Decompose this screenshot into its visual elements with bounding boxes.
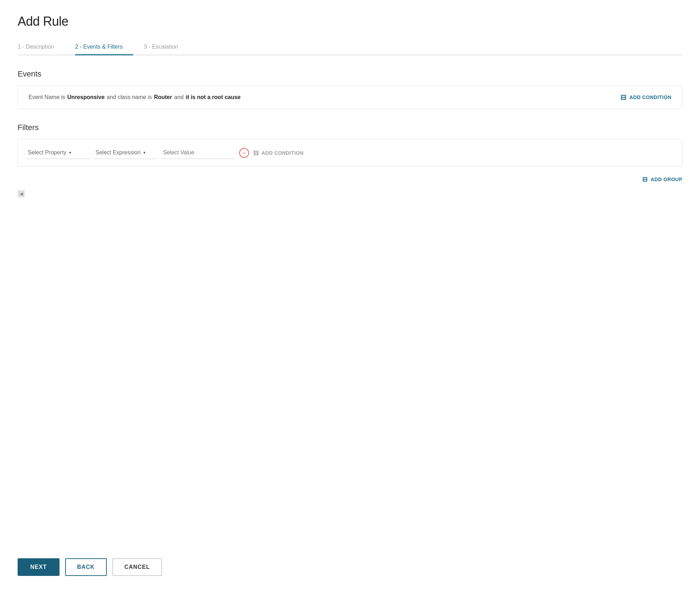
condition1-value: Router	[154, 94, 172, 100]
back-button[interactable]: BACK	[65, 558, 107, 576]
tab-description[interactable]: 1 - Description	[18, 39, 64, 55]
add-group-button[interactable]: ⊟ ADD GROUP	[642, 176, 682, 183]
filter-box: Select Property ▾ Select Expression ▾ − …	[18, 139, 682, 166]
select-property-chevron-icon: ▾	[69, 150, 71, 155]
scroll-left-indicator[interactable]: ◀	[18, 190, 25, 197]
event-name-value: Unresponsive	[67, 94, 105, 100]
next-button[interactable]: NEXT	[18, 558, 60, 576]
remove-filter-button[interactable]: −	[239, 148, 249, 158]
filters-add-condition-button[interactable]: ⊟ ADD CONDITION	[253, 149, 304, 157]
add-group-icon: ⊟	[642, 176, 648, 183]
scroll-left-icon: ◀	[20, 191, 23, 196]
filters-add-condition-label: ADD CONDITION	[262, 150, 304, 156]
events-section: Events Event Name is Unresponsive and cl…	[18, 69, 682, 123]
tabs-bar: 1 - Description 2 - Events & Filters 3 -…	[18, 39, 682, 55]
event-name-prefix: Event Name is	[29, 94, 65, 100]
filter-row: Select Property ▾ Select Expression ▾ − …	[26, 147, 674, 159]
filters-section-title: Filters	[18, 123, 682, 132]
events-section-title: Events	[18, 69, 682, 79]
select-property-label: Select Property	[28, 149, 66, 156]
condition2-prefix: and	[174, 94, 184, 100]
select-expression-chevron-icon: ▾	[143, 150, 145, 155]
tab-events-filters[interactable]: 2 - Events & Filters	[75, 39, 133, 55]
select-property-dropdown[interactable]: Select Property ▾	[26, 147, 90, 159]
filters-add-condition-icon: ⊟	[253, 149, 259, 157]
footer-spacer	[18, 208, 682, 548]
remove-filter-icon: −	[242, 150, 246, 156]
select-expression-label: Select Expression	[95, 149, 141, 156]
event-bar: Event Name is Unresponsive and class nam…	[18, 86, 682, 109]
footer-actions: NEXT BACK CANCEL	[18, 548, 682, 576]
events-add-condition-label: ADD CONDITION	[630, 94, 671, 100]
page-title: Add Rule	[18, 14, 682, 29]
events-add-condition-icon: ⊟	[620, 94, 627, 101]
select-expression-dropdown[interactable]: Select Expression ▾	[94, 147, 157, 159]
select-value-input[interactable]	[162, 147, 235, 159]
condition1-prefix: and class name is	[107, 94, 152, 100]
add-group-label: ADD GROUP	[651, 177, 682, 182]
condition2-value: it is not a root cause	[186, 94, 241, 100]
cancel-button[interactable]: CANCEL	[112, 558, 162, 576]
tab-escalation[interactable]: 3 - Escalation	[144, 39, 188, 55]
filters-section: Filters Select Property ▾ Select Express…	[18, 123, 682, 197]
events-add-condition-button[interactable]: ⊟ ADD CONDITION	[620, 94, 671, 101]
add-group-row: ⊟ ADD GROUP	[18, 172, 682, 187]
